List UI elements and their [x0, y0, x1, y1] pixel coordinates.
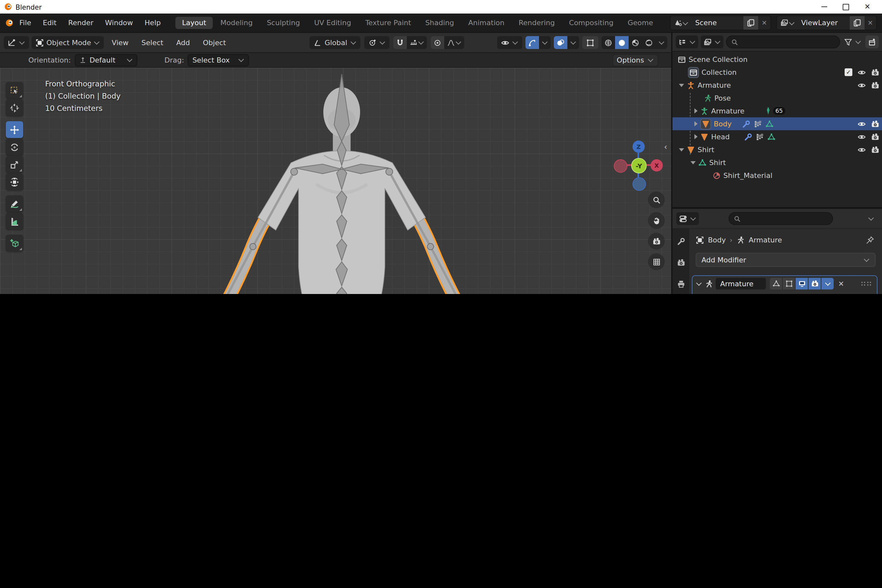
disclosure-open-icon[interactable] — [690, 161, 696, 164]
outliner-search-input[interactable] — [726, 36, 840, 48]
show-gizmos-toggle[interactable] — [525, 36, 539, 49]
row-shirt-data[interactable]: Shirt — [672, 156, 882, 169]
row-pose[interactable]: Pose — [672, 92, 882, 105]
add-modifier-dropdown[interactable]: Add Modifier — [696, 253, 876, 267]
drag-setting-dropdown[interactable]: Select Box — [188, 54, 249, 66]
show-in-viewport-toggle[interactable] — [796, 278, 808, 290]
transform-orientation-dropdown[interactable]: Global — [310, 36, 360, 49]
viewlayer-datablock-icon[interactable] — [777, 16, 798, 30]
menu-object[interactable]: Object — [198, 38, 231, 47]
row-shirt-material[interactable]: Shirt_Material — [672, 169, 882, 182]
panel-expand-icon[interactable] — [696, 280, 702, 286]
scene-copy-icon[interactable] — [743, 16, 758, 30]
hide-icon[interactable] — [858, 120, 866, 128]
modifier-extras-dropdown[interactable] — [821, 278, 834, 290]
close-button[interactable]: ✕ — [865, 3, 870, 10]
scene-model[interactable] — [161, 70, 522, 294]
gizmo-y-neg-axis[interactable]: -Y — [631, 158, 646, 173]
shading-rendered-button[interactable] — [642, 36, 656, 49]
outliner-filter-type-button[interactable] — [701, 36, 723, 48]
tab-animation[interactable]: Animation — [462, 17, 511, 29]
hide-icon[interactable] — [858, 81, 866, 89]
mode-dropdown[interactable]: Object Mode — [32, 36, 104, 49]
scene-datablock-icon[interactable] — [670, 16, 692, 30]
menu-add[interactable]: Add — [171, 38, 195, 47]
drag-handle-icon[interactable] — [861, 282, 872, 286]
viewlayer-copy-icon[interactable] — [849, 16, 864, 30]
tab-texture-paint[interactable]: Texture Paint — [359, 17, 417, 29]
tab-modeling[interactable]: Modeling — [214, 17, 259, 29]
editor-type-button[interactable] — [4, 36, 29, 49]
zoom-button[interactable] — [648, 192, 665, 208]
scene-name[interactable]: Scene — [692, 16, 743, 30]
hide-icon[interactable] — [858, 132, 866, 141]
new-collection-button[interactable] — [865, 36, 879, 48]
tool-cursor[interactable] — [6, 99, 23, 116]
properties-search-input[interactable] — [729, 212, 833, 225]
viewlayer-unlink-icon[interactable]: ✕ — [864, 16, 876, 30]
delete-modifier-icon[interactable]: ✕ — [838, 279, 844, 288]
menu-file[interactable]: File — [14, 19, 37, 27]
shading-solid-button[interactable] — [615, 36, 628, 49]
tab-geometry-nodes[interactable]: Geome — [621, 17, 660, 29]
sidebar-collapse-icon[interactable]: ‹ — [664, 142, 667, 152]
tool-annotate[interactable] — [6, 195, 23, 212]
tab-tool[interactable] — [673, 235, 688, 248]
hide-icon[interactable] — [858, 146, 866, 154]
xray-toggle[interactable] — [582, 36, 598, 49]
disclosure-closed-icon[interactable] — [694, 134, 698, 139]
options-dropdown[interactable]: Options — [612, 54, 658, 66]
outliner-filter-button[interactable] — [843, 36, 862, 48]
tab-layout[interactable]: Layout — [176, 17, 213, 29]
menu-view[interactable]: View — [107, 38, 134, 47]
tab-sculpting[interactable]: Sculpting — [261, 17, 307, 29]
tab-rendering[interactable]: Rendering — [512, 17, 561, 29]
tool-select-box[interactable] — [6, 82, 23, 99]
snap-toggle[interactable] — [393, 36, 406, 49]
navigation-gizmo[interactable]: Z X -Y — [614, 141, 663, 189]
maximize-button[interactable] — [843, 3, 849, 10]
render-visibility-icon[interactable] — [871, 81, 879, 89]
render-visibility-icon[interactable] — [871, 146, 879, 154]
row-arm-object[interactable]: Armature — [672, 79, 882, 92]
proportional-falloff-dropdown[interactable] — [444, 36, 464, 49]
row-arm-data[interactable]: Armature 65 — [672, 105, 882, 117]
tool-transform[interactable] — [6, 173, 23, 190]
gizmo-z-neg-axis[interactable] — [633, 177, 646, 191]
breadcrumb-data[interactable]: Armature — [748, 236, 782, 244]
show-in-editmode-toggle[interactable] — [770, 278, 782, 290]
armature-modifier-panel[interactable]: Armature ✕ — [692, 275, 878, 294]
breadcrumb-object[interactable]: Body — [708, 236, 726, 244]
hide-icon[interactable] — [858, 68, 866, 76]
gizmo-z-axis[interactable]: Z — [633, 141, 645, 153]
orientation-setting-dropdown[interactable]: Default — [75, 54, 137, 66]
properties-editor-type-button[interactable] — [676, 212, 699, 225]
menu-window[interactable]: Window — [99, 19, 139, 27]
gizmo-x-axis[interactable]: X — [651, 159, 663, 171]
row-shirt-object[interactable]: Shirt — [672, 143, 882, 156]
shading-material-button[interactable] — [628, 36, 642, 49]
overlays-dropdown[interactable] — [567, 36, 579, 49]
render-visibility-icon[interactable] — [871, 120, 879, 128]
exclude-checkbox[interactable]: ✓ — [844, 68, 852, 76]
row-scene-collection[interactable]: Scene Collection — [672, 53, 882, 66]
pivot-point-dropdown[interactable] — [364, 36, 389, 49]
menu-edit[interactable]: Edit — [37, 19, 63, 27]
row-head[interactable]: Head — [672, 130, 882, 143]
gizmo-x-neg-axis[interactable] — [614, 159, 627, 173]
modifier-name-field[interactable]: Armature — [716, 278, 766, 290]
shading-dropdown[interactable] — [656, 36, 667, 49]
tab-compositing[interactable]: Compositing — [562, 17, 620, 29]
disclosure-closed-icon[interactable] — [694, 108, 698, 114]
tool-measure[interactable] — [6, 213, 23, 230]
blender-menu-icon[interactable] — [5, 19, 14, 27]
visibility-dropdown[interactable] — [497, 36, 522, 49]
row-collection[interactable]: Collection ✓ — [672, 66, 882, 79]
menu-render[interactable]: Render — [62, 19, 99, 27]
render-visibility-icon[interactable] — [871, 132, 879, 141]
snap-settings-dropdown[interactable] — [406, 36, 426, 49]
tab-shading[interactable]: Shading — [419, 17, 460, 29]
tool-move[interactable] — [6, 121, 23, 138]
show-overlays-toggle[interactable] — [554, 36, 567, 49]
tab-render[interactable] — [673, 256, 688, 269]
